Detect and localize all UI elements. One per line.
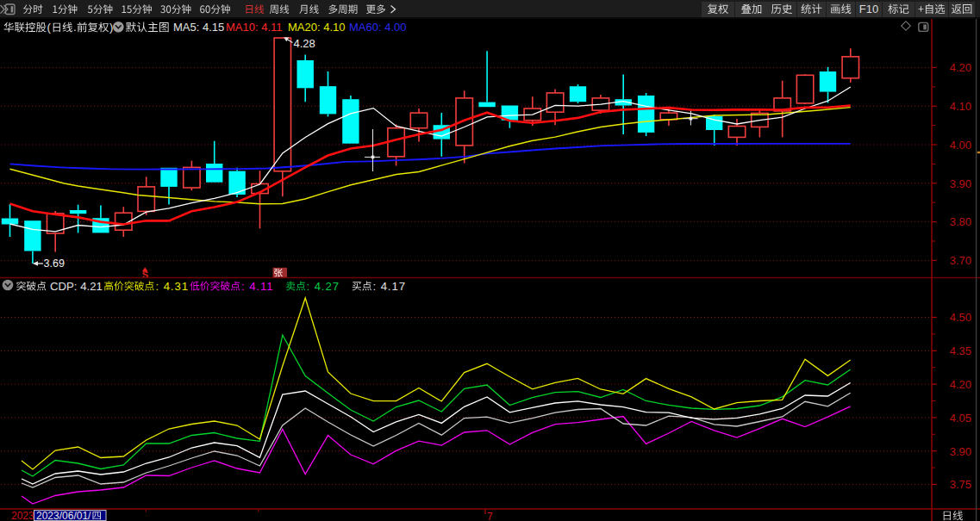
svg-text:4.10: 4.10 bbox=[950, 100, 971, 113]
svg-text:.: . bbox=[73, 21, 77, 34]
svg-text:3.80: 3.80 bbox=[950, 215, 971, 228]
svg-text:MA60: 4.00: MA60: 4.00 bbox=[349, 21, 407, 34]
svg-text:MA10: 4.11: MA10: 4.11 bbox=[226, 21, 283, 34]
svg-text:3.70: 3.70 bbox=[950, 254, 971, 267]
svg-text:3.90: 3.90 bbox=[950, 445, 971, 458]
svg-text:2023/06/01/: 2023/06/01/ bbox=[36, 510, 91, 521]
svg-text:4.05: 4.05 bbox=[950, 412, 971, 425]
svg-text:MA20: 4.10: MA20: 4.10 bbox=[288, 21, 346, 34]
svg-text:4.00: 4.00 bbox=[950, 139, 971, 152]
svg-text:2023: 2023 bbox=[11, 510, 34, 521]
svg-text:3.90: 3.90 bbox=[950, 177, 971, 190]
svg-text:MA5: 4.15: MA5: 4.15 bbox=[173, 21, 224, 34]
svg-text:3.69: 3.69 bbox=[44, 257, 65, 270]
svg-text:: 4.17: : 4.17 bbox=[373, 280, 406, 293]
svg-text:CDP: 4.21: CDP: 4.21 bbox=[50, 280, 103, 293]
svg-text:4.28: 4.28 bbox=[294, 37, 315, 50]
svg-text:: 4.27: : 4.27 bbox=[307, 280, 340, 293]
svg-text:(: ( bbox=[47, 21, 52, 34]
svg-text:4.50: 4.50 bbox=[950, 311, 971, 324]
svg-text:): ) bbox=[109, 21, 113, 34]
svg-text:: 4.31: : 4.31 bbox=[156, 280, 189, 293]
svg-text:4.35: 4.35 bbox=[950, 344, 971, 357]
svg-text:4.20: 4.20 bbox=[950, 61, 971, 74]
svg-text:7: 7 bbox=[487, 511, 493, 521]
svg-text:: 4.11: : 4.11 bbox=[241, 280, 273, 293]
svg-text:F10: F10 bbox=[859, 3, 878, 16]
svg-text:3.75: 3.75 bbox=[950, 478, 971, 491]
svg-text:4.20: 4.20 bbox=[950, 378, 971, 391]
